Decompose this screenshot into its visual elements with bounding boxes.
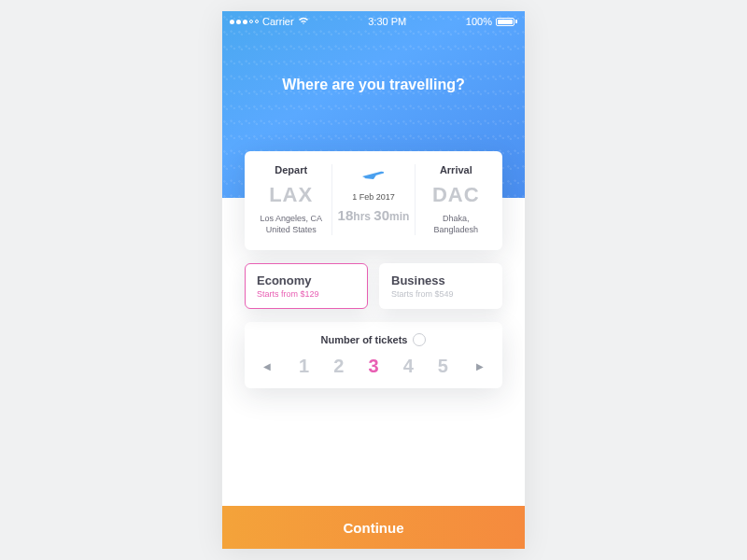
chevron-right-icon[interactable]: ▶ xyxy=(472,357,487,375)
chevron-left-icon[interactable]: ◀ xyxy=(260,357,275,375)
ticket-number-5[interactable]: 5 xyxy=(438,356,448,377)
phone-frame: Carrier 3:30 PM 100% Where are you trave… xyxy=(222,11,525,549)
battery-icon xyxy=(496,18,517,26)
class-price: Starts from $129 xyxy=(257,289,356,299)
class-price: Starts from $549 xyxy=(391,289,490,299)
class-selector: Economy Starts from $129 Business Starts… xyxy=(245,263,502,309)
tickets-title: Number of tickets xyxy=(321,334,408,345)
signal-dots-icon xyxy=(230,20,259,24)
ticket-number-1[interactable]: 1 xyxy=(299,356,309,377)
ticket-number-4[interactable]: 4 xyxy=(403,356,414,377)
carrier-label: Carrier xyxy=(262,16,294,27)
continue-button[interactable]: Continue xyxy=(222,506,525,549)
route-card: Depart LAX Los Angeles, CA United States… xyxy=(245,151,502,250)
class-title: Business xyxy=(391,273,490,287)
arrival-country: Bangladesh xyxy=(419,224,493,235)
depart-column[interactable]: Depart LAX Los Angeles, CA United States xyxy=(250,164,331,235)
arrival-label: Arrival xyxy=(419,164,493,175)
flight-duration: 18hrs 30min xyxy=(336,207,410,223)
depart-city: Los Angeles, CA xyxy=(254,213,328,224)
arrival-city: Dhaka, xyxy=(419,213,493,224)
status-bar: Carrier 3:30 PM 100% xyxy=(222,11,525,32)
help-icon[interactable] xyxy=(413,333,426,346)
clock: 3:30 PM xyxy=(368,16,406,27)
depart-label: Depart xyxy=(254,164,328,175)
depart-code: LAX xyxy=(254,183,328,207)
class-title: Economy xyxy=(257,273,356,287)
ticket-number-2[interactable]: 2 xyxy=(333,356,344,377)
wifi-icon xyxy=(298,16,309,27)
flight-date: 1 Feb 2017 xyxy=(336,192,410,202)
arrival-code: DAC xyxy=(419,183,493,207)
plane-icon xyxy=(336,164,410,187)
depart-country: United States xyxy=(254,224,328,235)
tickets-card: Number of tickets ◀ 1 2 3 4 5 ▶ xyxy=(245,322,502,388)
flight-info-column[interactable]: 1 Feb 2017 18hrs 30min xyxy=(332,164,414,235)
class-option-business[interactable]: Business Starts from $549 xyxy=(379,263,502,309)
ticket-number-3[interactable]: 3 xyxy=(368,356,378,377)
battery-percent: 100% xyxy=(466,16,492,27)
ticket-number-picker: ◀ 1 2 3 4 5 ▶ xyxy=(258,356,489,377)
arrival-column[interactable]: Arrival DAC Dhaka, Bangladesh xyxy=(416,164,497,235)
class-option-economy[interactable]: Economy Starts from $129 xyxy=(245,263,368,309)
